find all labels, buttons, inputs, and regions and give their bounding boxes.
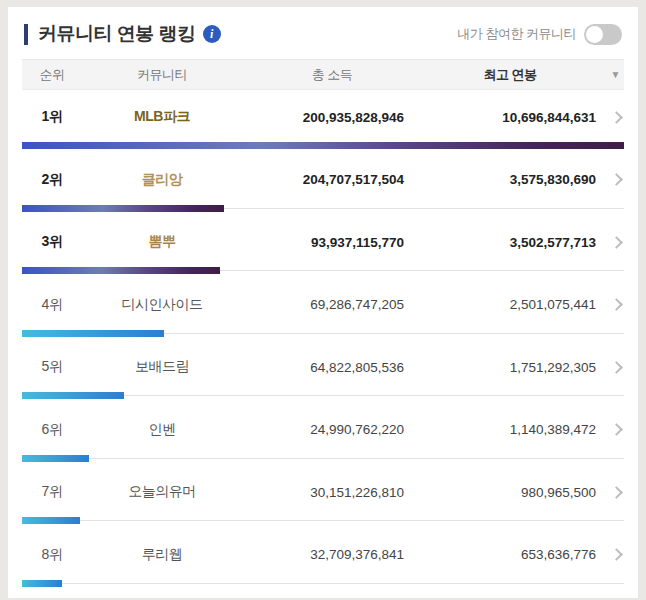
salary-bar-track [22,392,624,400]
rank-label: 8위 [22,546,82,564]
row-chevron-cell [598,360,624,375]
total-income-value: 30,151,226,810 [242,485,422,500]
table-row-main[interactable]: 8위루리웹32,709,376,841653,636,776 [22,530,624,580]
salary-bar [22,517,80,524]
ranking-rows: 1위MLB파크200,935,828,94610,696,844,6312위클리… [8,90,638,590]
my-community-toggle[interactable] [584,24,622,45]
salary-bar-track [22,330,624,338]
salary-bar-track [22,517,624,525]
rank-label: 1위 [22,108,82,126]
total-income-value: 69,286,747,205 [242,297,422,312]
community-salary-ranking-card: 커뮤니티 연봉 랭킹 i 내가 참여한 커뮤니티 순위 커뮤니티 총 소득 최고… [8,7,638,598]
community-name: 오늘의유머 [82,483,242,501]
rank-label: 2위 [22,171,82,189]
community-name: 뽐뿌 [82,233,242,251]
top-salary-value: 3,575,830,690 [422,172,598,187]
column-header-top-salary[interactable]: 최고 연봉 [422,66,598,84]
salary-bar [22,205,224,212]
table-row-main[interactable]: 3위뽐뿌93,937,115,7703,502,577,713 [22,217,624,267]
top-salary-value: 653,636,776 [422,547,598,562]
bar-track-line [22,458,624,459]
top-salary-value: 10,696,844,631 [422,110,598,125]
chevron-right-icon[interactable] [610,361,623,374]
my-community-toggle-label: 내가 참여한 커뮤니티 [457,25,576,43]
salary-bar [22,580,62,587]
salary-bar [22,392,124,399]
table-row[interactable]: 5위보배드림64,822,805,5361,751,292,305 [22,340,624,403]
toggle-knob [586,26,603,43]
total-income-value: 200,935,828,946 [242,110,422,125]
title-wrap: 커뮤니티 연봉 랭킹 i [24,21,221,47]
top-salary-value: 2,501,075,441 [422,297,598,312]
total-income-value: 32,709,376,841 [242,547,422,562]
row-chevron-cell [598,172,624,187]
toggle-wrap: 내가 참여한 커뮤니티 [457,24,622,45]
table-row[interactable]: 8위루리웹32,709,376,841653,636,776 [22,528,624,591]
community-name: 디시인사이드 [82,296,242,314]
chevron-right-icon[interactable] [610,423,623,436]
card-header: 커뮤니티 연봉 랭킹 i 내가 참여한 커뮤니티 [8,7,638,57]
table-row[interactable]: 1위MLB파크200,935,828,94610,696,844,631 [22,90,624,153]
row-chevron-cell [598,110,624,125]
community-name: 보배드림 [82,358,242,376]
table-row-main[interactable]: 6위인벤24,990,762,2201,140,389,472 [22,405,624,455]
total-income-value: 93,937,115,770 [242,235,422,250]
rank-label: 6위 [22,421,82,439]
row-chevron-cell [598,547,624,562]
bar-track-line [22,520,624,521]
top-salary-value: 1,140,389,472 [422,422,598,437]
chevron-right-icon[interactable] [610,298,623,311]
total-income-value: 64,822,805,536 [242,360,422,375]
salary-bar [22,142,624,149]
column-header-community: 커뮤니티 [82,66,242,84]
info-icon[interactable]: i [203,25,221,43]
table-row-main[interactable]: 2위클리앙204,707,517,5043,575,830,690 [22,155,624,205]
table-row-main[interactable]: 7위오늘의유머30,151,226,810980,965,500 [22,467,624,517]
table-row[interactable]: 6위인벤24,990,762,2201,140,389,472 [22,403,624,466]
community-name: 인벤 [82,421,242,439]
table-row-main[interactable]: 1위MLB파크200,935,828,94610,696,844,631 [22,92,624,142]
salary-bar-track [22,267,624,275]
community-name: 루리웹 [82,546,242,564]
top-salary-value: 1,751,292,305 [422,360,598,375]
table-row-main[interactable]: 5위보배드림64,822,805,5361,751,292,305 [22,342,624,392]
top-salary-value: 980,965,500 [422,485,598,500]
salary-bar [22,330,164,337]
table-header: 순위 커뮤니티 총 소득 최고 연봉 ▼ [22,59,624,90]
chevron-right-icon[interactable] [610,236,623,249]
rank-label: 4위 [22,296,82,314]
chevron-right-icon[interactable] [610,111,623,124]
salary-bar [22,455,89,462]
rank-label: 5위 [22,358,82,376]
table-row[interactable]: 3위뽐뿌93,937,115,7703,502,577,713 [22,215,624,278]
chevron-right-icon[interactable] [610,486,623,499]
row-chevron-cell [598,235,624,250]
table-row-main[interactable]: 4위디시인사이드69,286,747,2052,501,075,441 [22,280,624,330]
table-row[interactable]: 2위클리앙204,707,517,5043,575,830,690 [22,153,624,216]
title-accent-bar [24,24,28,45]
community-name: 클리앙 [82,171,242,189]
top-salary-value: 3,502,577,713 [422,235,598,250]
salary-bar [22,267,220,274]
page-title: 커뮤니티 연봉 랭킹 [38,21,196,47]
rank-label: 7위 [22,483,82,501]
salary-bar-track [22,580,624,588]
salary-bar-track [22,142,624,150]
total-income-value: 24,990,762,220 [242,422,422,437]
total-income-value: 204,707,517,504 [242,172,422,187]
salary-bar-track [22,205,624,213]
community-name: MLB파크 [82,108,242,126]
row-chevron-cell [598,485,624,500]
table-row[interactable]: 4위디시인사이드69,286,747,2052,501,075,441 [22,278,624,341]
salary-bar-track [22,455,624,463]
chevron-right-icon[interactable] [610,173,623,186]
bar-track-line [22,583,624,584]
sort-caret-down-icon[interactable]: ▼ [598,69,624,80]
rank-label: 3위 [22,233,82,251]
column-header-total-income[interactable]: 총 소득 [242,66,422,84]
column-header-rank: 순위 [22,66,82,84]
row-chevron-cell [598,297,624,312]
table-row[interactable]: 7위오늘의유머30,151,226,810980,965,500 [22,465,624,528]
row-chevron-cell [598,422,624,437]
chevron-right-icon[interactable] [610,548,623,561]
